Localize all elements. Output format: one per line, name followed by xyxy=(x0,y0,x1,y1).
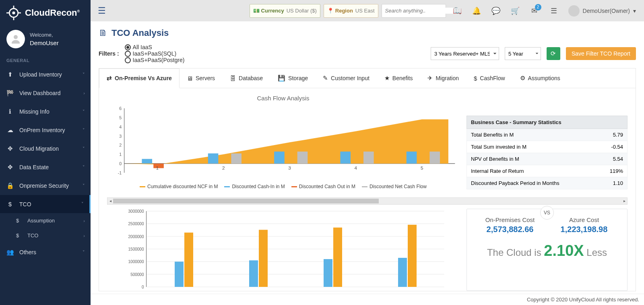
stats-header: Business Case - Summary Statistics xyxy=(466,116,627,129)
tab-migration[interactable]: ✈Migration xyxy=(420,68,466,88)
tab-icon: ⚙ xyxy=(520,75,525,82)
legend-item: Cumulative discounted NCF in M xyxy=(140,184,218,189)
tab-cashflow[interactable]: $CashFlow xyxy=(466,68,513,88)
search-box[interactable]: 🔍 xyxy=(382,4,446,18)
stats-row: Total Benefits in M5.79 xyxy=(466,129,627,141)
nav-icon: 🔒 xyxy=(6,182,14,189)
chevron-right-icon: › xyxy=(83,233,85,238)
tab-database[interactable]: 🗄Database xyxy=(223,68,270,88)
radio-dot-icon xyxy=(125,57,131,63)
sidebar-item-data-estate[interactable]: ✥Data Estate˅ xyxy=(0,158,91,176)
svg-text:1: 1 xyxy=(119,152,122,157)
svg-point-1 xyxy=(12,11,15,14)
bell-icon[interactable]: 🔔 xyxy=(469,3,485,19)
legend-item: Discounted Cash-In in M xyxy=(224,184,285,189)
sidebar-item-view-dashboard[interactable]: 🏁View Dashboard› xyxy=(0,84,91,102)
tab-icon: 🖥 xyxy=(187,75,193,82)
tabs: ⇄On-Premise Vs Azure🖥Servers🗄Database💾St… xyxy=(99,68,636,88)
vs-badge: VS xyxy=(540,206,554,220)
sidebar-user: Welcome, DemoUser xyxy=(0,26,91,54)
region-pill[interactable]: 📍 Region US East xyxy=(324,4,378,18)
tab-icon: ✈ xyxy=(427,75,433,82)
tab-servers[interactable]: 🖥Servers xyxy=(180,68,223,88)
scroll-left-icon[interactable]: ◂ xyxy=(107,198,113,204)
svg-rect-54 xyxy=(408,225,417,287)
brand: CloudRecon® xyxy=(0,0,91,26)
svg-text:2: 2 xyxy=(222,165,225,170)
sidebar-item-upload-inventory[interactable]: ⬆Upload Inventory˅ xyxy=(0,65,91,84)
chevron-right-icon: › xyxy=(83,218,85,223)
reserved-select[interactable]: 3 Years Reserved+ MLS xyxy=(431,47,499,60)
chart1-legend: Cumulative discounted NCF in MDiscounted… xyxy=(107,184,459,189)
brand-logo-icon xyxy=(6,6,21,20)
legend-item: Discounted Net Cash Flow xyxy=(362,184,427,189)
svg-rect-53 xyxy=(398,258,407,287)
brand-name: CloudRecon® xyxy=(25,8,80,18)
nav-icon: $ xyxy=(16,232,23,239)
user-chip-name: DemoUser(Owner) xyxy=(583,8,630,14)
tab-benefits[interactable]: ★Benefits xyxy=(377,68,421,88)
svg-rect-30 xyxy=(429,151,440,164)
mail-icon[interactable]: ✉2 xyxy=(526,3,543,19)
tab-on-premise-vs-azure[interactable]: ⇄On-Premise Vs Azure xyxy=(99,68,180,88)
analysis-card: ⇄On-Premise Vs Azure🖥Servers🗄Database💾St… xyxy=(99,68,636,291)
menu-toggle-icon[interactable]: ☰ xyxy=(95,3,108,19)
user-menu[interactable]: DemoUser(Owner) ▾ xyxy=(565,5,639,17)
filter-radio-iaas-paas-sql-[interactable]: IaaS+PaaS(SQL) xyxy=(125,50,185,57)
sidebar-item-cloud-migration[interactable]: ✥Cloud Migration˅ xyxy=(0,139,91,158)
book-icon[interactable]: 📖 xyxy=(449,3,465,19)
nav-icon: 👥 xyxy=(6,249,14,256)
currency-value: US Dollar ($) xyxy=(287,8,317,14)
search-input[interactable] xyxy=(385,8,453,14)
tab-icon: ✎ xyxy=(323,75,328,82)
chevron-icon: ˅ xyxy=(83,165,85,170)
sidebar-subitem-tco[interactable]: $TCO› xyxy=(0,228,91,243)
user-avatar-icon xyxy=(568,5,580,17)
onprem-cost-label: On-Premises Cost xyxy=(474,216,546,223)
page-title: TCO Analysis xyxy=(111,28,169,38)
avatar xyxy=(6,30,25,48)
horizontal-scrollbar[interactable]: ◂ ▸ xyxy=(107,197,627,205)
svg-text:6: 6 xyxy=(119,106,122,111)
svg-rect-23 xyxy=(274,151,285,164)
chevron-icon: ˅ xyxy=(83,250,85,255)
chevron-icon: ˅ xyxy=(83,146,85,151)
filter-radio-all-iaas[interactable]: All IaaS xyxy=(125,44,185,50)
svg-rect-26 xyxy=(340,151,351,164)
cart-icon[interactable]: 🛒 xyxy=(507,3,523,19)
calculator-icon: 🗎 xyxy=(99,28,107,38)
chevron-icon: ˅ xyxy=(81,201,84,207)
svg-text:0: 0 xyxy=(142,285,144,289)
sidebar-item-onpremise-security[interactable]: 🔒Onpremise Security˅ xyxy=(0,176,91,195)
cashflow-chart: -1012345612345 xyxy=(107,104,459,181)
stats-row: NPV of Benefits in M5.54 xyxy=(466,153,627,165)
tab-storage[interactable]: 💾Storage xyxy=(270,68,316,88)
sidebar-item-others[interactable]: 👥Others˅ xyxy=(0,243,91,261)
nav-icon: ℹ xyxy=(6,108,14,115)
svg-text:1000000: 1000000 xyxy=(128,259,144,264)
bars-icon[interactable]: ☰ xyxy=(546,3,562,19)
tab-icon: ⇄ xyxy=(107,75,112,82)
filter-radio-iaas-paas-postgre-[interactable]: IaaS+PaaS(Postgre) xyxy=(125,57,185,63)
refresh-button[interactable]: ⟳ xyxy=(547,47,560,60)
chevron-icon: ˅ xyxy=(83,128,85,133)
user-name: DemoUser xyxy=(30,39,59,46)
region-value: US East xyxy=(355,8,375,14)
sidebar-item-missing-info[interactable]: ℹMissing Info˅ xyxy=(0,102,91,121)
sidebar-item-onprem-inventory[interactable]: ☁OnPrem Inventory˅ xyxy=(0,121,91,139)
tab-assumptions[interactable]: ⚙Assumptions xyxy=(513,68,568,88)
sidebar-item-tco[interactable]: $TCO˅ xyxy=(0,195,91,213)
save-filter-button[interactable]: Save Filter TCO Report xyxy=(566,47,636,60)
svg-text:2000000: 2000000 xyxy=(128,234,144,239)
sidebar-subitem-assumption[interactable]: $Assumption› xyxy=(0,213,91,228)
chat-icon[interactable]: 💬 xyxy=(488,3,504,19)
years-select[interactable]: 5 Year xyxy=(505,47,541,60)
scroll-thumb[interactable] xyxy=(113,199,379,203)
cloud-multiplier: The Cloud is 2.10X Less xyxy=(472,242,622,259)
sidebar: CloudRecon® Welcome, DemoUser GENERAL ⬆U… xyxy=(0,0,91,305)
svg-text:3000000: 3000000 xyxy=(128,209,144,214)
svg-rect-24 xyxy=(297,151,308,164)
currency-pill[interactable]: 💵 Currency US Dollar ($) xyxy=(250,4,320,18)
tab-customer-input[interactable]: ✎Customer Input xyxy=(316,68,377,88)
scroll-right-icon[interactable]: ▸ xyxy=(621,198,627,204)
